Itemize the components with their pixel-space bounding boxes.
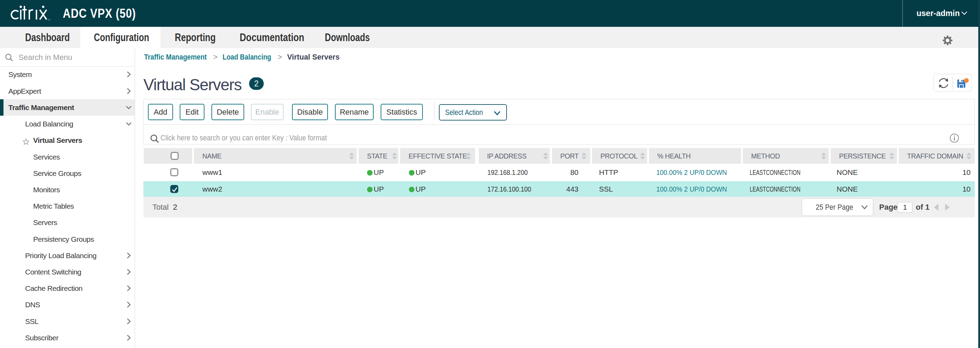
- svg-text:TM: TM: [48, 19, 50, 21]
